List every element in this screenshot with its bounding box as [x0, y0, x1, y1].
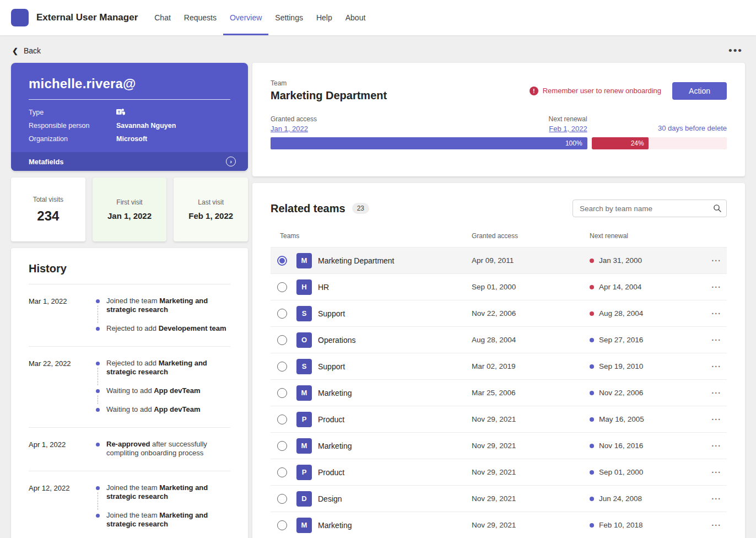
team-name: HR — [318, 283, 329, 292]
renewal-status-dot — [590, 311, 594, 316]
history-events: Rejected to add Marketing and strategic … — [96, 359, 230, 424]
history-event: Re-approved after successfully complitin… — [96, 440, 230, 467]
team-granted-date: Nov 29, 2021 — [472, 442, 590, 450]
back-button[interactable]: ❮ Back — [12, 46, 41, 55]
nav-item-about[interactable]: About — [339, 0, 372, 35]
top-navbar: External User Manager ChatRequestsOvervi… — [0, 0, 756, 35]
renewal-status-dot — [590, 497, 594, 501]
team-row[interactable]: S Support Nov 22, 2006 Aug 28, 2004 ⋯ — [271, 300, 727, 326]
row-more-icon[interactable]: ⋯ — [705, 519, 727, 531]
team-avatar: H — [296, 279, 312, 295]
row-more-icon[interactable]: ⋯ — [705, 493, 727, 504]
history-event: Rejected to add Marketing and strategic … — [96, 359, 230, 386]
history-event: Waiting to add App devTeam — [96, 405, 230, 424]
granted-access-date-link[interactable]: Jan 1, 2022 — [271, 125, 317, 133]
team-renewal-date: Feb 10, 2018 — [599, 521, 643, 529]
history-event-text: Joined the team Marketing and strategic … — [106, 511, 208, 528]
team-granted-date: Nov 29, 2021 — [472, 468, 590, 476]
team-radio[interactable] — [277, 335, 287, 345]
team-radio[interactable] — [277, 388, 287, 398]
team-radio[interactable] — [277, 362, 287, 372]
stat-card-total-visits: Total visits 234 — [11, 177, 85, 241]
team-renewal-cell: Sep 01, 2000 — [590, 468, 705, 476]
team-renewal-date: Sep 01, 2000 — [599, 468, 643, 476]
team-name: Support — [318, 309, 345, 318]
team-granted-date: Mar 02, 2019 — [472, 362, 590, 370]
chevron-right-circle-icon: › — [226, 157, 236, 166]
team-radio[interactable] — [277, 520, 287, 530]
team-radio[interactable] — [277, 467, 287, 477]
history-title: History — [29, 262, 230, 275]
team-row[interactable]: M Marketing Department Apr 09, 2011 Jan … — [271, 247, 727, 273]
team-row[interactable]: O Operations Aug 28, 2004 Sep 27, 2016 ⋯ — [271, 326, 727, 353]
team-name: Support — [318, 362, 345, 371]
bullet-icon — [96, 327, 100, 331]
history-event-text: Re-approved after successfully complitin… — [106, 440, 207, 457]
bullet-icon — [96, 486, 100, 490]
history-event: Joined the team Marketing and strategic … — [96, 511, 230, 538]
row-more-icon[interactable]: ⋯ — [705, 413, 727, 425]
main-content: michelle.rivera@ Type T Responsible p — [0, 63, 756, 538]
team-row[interactable]: D Design Nov 29, 2021 Jun 24, 2008 ⋯ — [271, 485, 727, 512]
team-row[interactable]: M Marketing Nov 29, 2021 Feb 10, 2018 ⋯ — [271, 512, 727, 538]
team-renewal-cell: Feb 10, 2018 — [590, 521, 705, 529]
row-more-icon[interactable]: ⋯ — [705, 308, 727, 319]
row-more-icon[interactable]: ⋯ — [705, 334, 727, 346]
page-more-icon[interactable]: ••• — [728, 48, 743, 53]
team-radio[interactable] — [277, 494, 287, 504]
renewal-status-dot — [590, 364, 594, 369]
team-row[interactable]: M Marketing Nov 29, 2021 Nov 16, 2016 ⋯ — [271, 432, 727, 459]
search-input[interactable] — [573, 200, 727, 217]
team-row[interactable]: H HR Sep 01, 2000 Apr 14, 2004 ⋯ — [271, 273, 727, 300]
team-avatar: M — [296, 438, 312, 454]
team-renewal-date: Aug 28, 2004 — [599, 309, 643, 318]
bullet-icon — [96, 362, 100, 365]
team-row[interactable]: P Product Nov 29, 2021 Sep 01, 2000 ⋯ — [271, 459, 727, 485]
team-row[interactable]: P Product Nov 29, 2021 May 16, 2005 ⋯ — [271, 406, 727, 432]
team-row[interactable]: M Marketing Mar 25, 2006 Nov 22, 2006 ⋯ — [271, 379, 727, 406]
row-more-icon[interactable]: ⋯ — [705, 440, 727, 451]
team-radio[interactable] — [277, 441, 287, 451]
bullet-icon — [96, 443, 100, 446]
team-renewal-date: Jun 24, 2008 — [599, 494, 642, 503]
nav-item-requests[interactable]: Requests — [177, 0, 223, 35]
field-value: Savannah Nguyen — [116, 122, 176, 130]
renewal-status-dot — [590, 470, 594, 475]
nav-item-settings[interactable]: Settings — [268, 0, 310, 35]
team-name: Marketing — [318, 521, 352, 530]
stat-label: Last visit — [198, 198, 224, 206]
teams-table-header: Teams Granted access Next renewal — [271, 225, 727, 247]
team-row[interactable]: S Support Mar 02, 2019 Sep 19, 2010 ⋯ — [271, 353, 727, 379]
renewal-status-dot — [590, 523, 594, 528]
team-radio[interactable] — [277, 282, 287, 292]
team-radio[interactable] — [277, 309, 287, 319]
stat-card-first-visit: First visit Jan 1, 2022 — [93, 177, 167, 241]
row-more-icon[interactable]: ⋯ — [705, 466, 727, 478]
bullet-icon — [96, 389, 100, 393]
row-more-icon[interactable]: ⋯ — [705, 387, 727, 399]
app-title: External User Manager — [36, 12, 138, 23]
team-radio[interactable] — [277, 415, 287, 424]
metafields-button[interactable]: Metafields › — [11, 152, 248, 171]
delete-note: 30 days before delete — [587, 124, 727, 133]
bullet-icon — [96, 514, 100, 518]
team-granted-date: Nov 29, 2021 — [472, 521, 590, 529]
nav-item-overview[interactable]: Overview — [223, 0, 268, 35]
profile-field-organization: Organization Microsoft — [29, 132, 230, 146]
row-more-icon[interactable]: ⋯ — [705, 361, 727, 372]
history-events: Joined the team Marketing and strategic … — [96, 483, 230, 538]
action-button[interactable]: Action — [672, 82, 727, 100]
team-name: Operations — [318, 336, 355, 345]
field-label: Responsible person — [29, 122, 116, 130]
nav-item-chat[interactable]: Chat — [148, 0, 177, 35]
column-header-granted: Granted access — [472, 232, 590, 240]
team-granted-date: Nov 29, 2021 — [472, 494, 590, 503]
nav-item-help[interactable]: Help — [310, 0, 339, 35]
next-renewal-date-link[interactable]: Feb 1, 2022 — [549, 125, 587, 133]
row-more-icon[interactable]: ⋯ — [705, 281, 727, 293]
search-icon[interactable] — [713, 204, 722, 213]
team-radio[interactable] — [277, 256, 287, 266]
row-more-icon[interactable]: ⋯ — [705, 255, 727, 266]
back-row: ❮ Back ••• — [0, 35, 756, 63]
team-avatar: D — [296, 491, 312, 507]
